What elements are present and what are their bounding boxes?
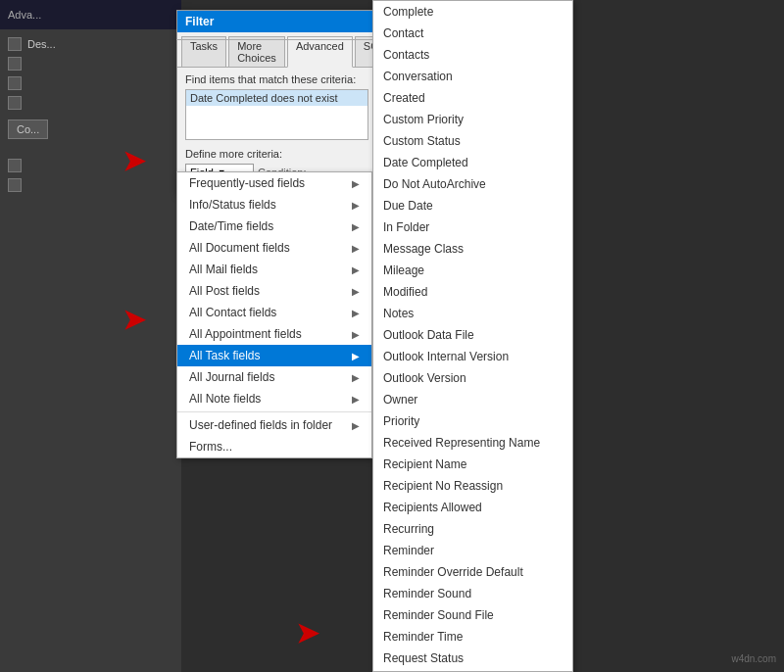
- task-submenu-item-label: Recipient No Reassign: [383, 479, 503, 493]
- task-submenu-item-message-class[interactable]: Message Class: [373, 238, 572, 260]
- task-submenu-item-contact[interactable]: Contact: [373, 23, 572, 44]
- field-menu-item-frequently-used-fields[interactable]: Frequently-used fields▶: [177, 172, 371, 194]
- criteria-condition: does not exist: [271, 92, 338, 104]
- watermark: w4dn.com: [731, 653, 776, 664]
- task-submenu-item-modified[interactable]: Modified: [373, 281, 572, 303]
- task-submenu-item-recurring[interactable]: Recurring: [373, 518, 572, 540]
- task-submenu-item-label: Message Class: [383, 242, 464, 256]
- task-submenu-item-in-folder[interactable]: In Folder: [373, 216, 572, 238]
- bg-checkbox-4[interactable]: [8, 96, 22, 110]
- submenu-arrow-icon: ▶: [352, 329, 360, 340]
- task-submenu-item-label: Outlook Version: [383, 371, 466, 385]
- task-submenu-item-label: Notes: [383, 307, 414, 320]
- task-submenu-item-recipients-allowed[interactable]: Recipients Allowed: [373, 497, 572, 518]
- task-submenu-item-label: Reminder Override Default: [383, 565, 523, 579]
- task-submenu-item-outlook-version[interactable]: Outlook Version: [373, 367, 572, 389]
- criteria-field: Date Completed: [190, 92, 269, 104]
- filter-tab-advanced[interactable]: Advanced: [287, 36, 353, 68]
- task-submenu-item-reminder-override-default[interactable]: Reminder Override Default: [373, 561, 572, 583]
- field-menu-item-label: Date/Time fields: [189, 219, 273, 233]
- filter-title: Filter: [185, 15, 214, 28]
- task-submenu-item-do-not-autoarchive[interactable]: Do Not AutoArchive: [373, 173, 572, 195]
- task-submenu-item-label: Recurring: [383, 522, 434, 536]
- filter-dialog: Filter TasksMore ChoicesAdvancedSQL Find…: [176, 10, 377, 194]
- criteria-row-1: Date Completed does not exist: [186, 90, 368, 106]
- bg-checkbox-5[interactable]: [8, 159, 22, 172]
- bg-desc-1: Des...: [27, 38, 56, 50]
- field-menu-item-all-document-fields[interactable]: All Document fields▶: [177, 237, 371, 259]
- filter-tab-tasks[interactable]: Tasks: [181, 36, 226, 67]
- field-menu-item-label: Info/Status fields: [189, 198, 276, 212]
- filter-tab-more-choices[interactable]: More Choices: [228, 36, 285, 67]
- find-label: Find items that match these criteria:: [185, 73, 368, 85]
- submenu-arrow-icon: ▶: [352, 351, 360, 361]
- submenu-arrow-icon: ▶: [352, 178, 360, 189]
- field-menu-item-label: All Note fields: [189, 392, 261, 406]
- filter-titlebar: Filter: [177, 11, 376, 32]
- task-submenu-item-recipient-no-reassign[interactable]: Recipient No Reassign: [373, 475, 572, 497]
- task-submenu-item-mileage[interactable]: Mileage: [373, 260, 572, 281]
- task-submenu-item-outlook-data-file[interactable]: Outlook Data File: [373, 324, 572, 346]
- field-menu-item-all-journal-fields[interactable]: All Journal fields▶: [177, 366, 371, 388]
- task-submenu-item-recipient-name[interactable]: Recipient Name: [373, 454, 572, 475]
- define-label: Define more criteria:: [185, 148, 368, 160]
- task-submenu-item-due-date[interactable]: Due Date: [373, 195, 572, 216]
- task-submenu-item-custom-status[interactable]: Custom Status: [373, 130, 572, 152]
- field-menu-item-label: Forms...: [189, 440, 232, 454]
- field-menu-item-datetime-fields[interactable]: Date/Time fields▶: [177, 216, 371, 237]
- field-menu-item-all-contact-fields[interactable]: All Contact fields▶: [177, 302, 371, 323]
- submenu-arrow-icon: ▶: [352, 200, 360, 211]
- task-submenu-item-contacts[interactable]: Contacts: [373, 44, 572, 66]
- task-submenu-item-reminder[interactable]: Reminder: [373, 540, 572, 561]
- task-submenu-item-label: Reminder Time: [383, 630, 463, 644]
- field-menu-item-label: All Task fields: [189, 349, 260, 362]
- task-submenu-item-created[interactable]: Created: [373, 87, 572, 109]
- filter-tab-bar: [176, 39, 377, 40]
- task-submenu-item-label: Contact: [383, 26, 423, 40]
- task-submenu-item-label: Custom Priority: [383, 113, 464, 126]
- task-submenu-item-outlook-internal-version[interactable]: Outlook Internal Version: [373, 346, 572, 367]
- task-submenu-item-reminder-sound-file[interactable]: Reminder Sound File: [373, 604, 572, 626]
- red-arrow-3: ➤: [296, 617, 318, 649]
- bg-button[interactable]: Co...: [8, 120, 48, 139]
- bg-checkbox-1[interactable]: [8, 37, 22, 51]
- task-submenu-item-owner[interactable]: Owner: [373, 389, 572, 410]
- task-submenu-item-received-representing-name[interactable]: Received Representing Name: [373, 432, 572, 454]
- field-menu-item-all-note-fields[interactable]: All Note fields▶: [177, 388, 371, 409]
- bg-row-5: [8, 159, 173, 172]
- field-menu-item-forms[interactable]: Forms...: [177, 436, 371, 457]
- task-submenu-item-label: Recipient Name: [383, 457, 466, 471]
- task-submenu-item-date-completed[interactable]: Date Completed: [373, 152, 572, 173]
- bg-checkbox-2[interactable]: [8, 57, 22, 71]
- criteria-list: Date Completed does not exist: [185, 89, 368, 140]
- field-menu-item-all-task-fields[interactable]: All Task fields▶: [177, 345, 371, 366]
- task-submenu-item-notes[interactable]: Notes: [373, 303, 572, 324]
- bg-checkbox-6[interactable]: [8, 178, 22, 192]
- task-submenu-item-label: Mileage: [383, 264, 424, 277]
- task-submenu-item-label: Recipients Allowed: [383, 501, 482, 514]
- bg-row-3: [8, 76, 173, 90]
- task-submenu-item-complete[interactable]: Complete: [373, 1, 572, 23]
- field-menu-item-all-mail-fields[interactable]: All Mail fields▶: [177, 259, 371, 280]
- task-submenu-item-conversation[interactable]: Conversation: [373, 66, 572, 87]
- field-menu-item-label: User-defined fields in folder: [189, 418, 332, 432]
- task-submenu-item-label: Reminder Sound: [383, 587, 471, 600]
- field-menu-item-all-post-fields[interactable]: All Post fields▶: [177, 280, 371, 302]
- task-submenu-item-reminder-sound[interactable]: Reminder Sound: [373, 583, 572, 604]
- bg-row-2: [8, 57, 173, 71]
- task-submenu: CompleteContactContactsConversationCreat…: [372, 0, 573, 672]
- bg-title-text: Adva...: [8, 9, 41, 21]
- task-submenu-item-reminder-time[interactable]: Reminder Time: [373, 626, 572, 648]
- task-submenu-item-request-status[interactable]: Request Status: [373, 648, 572, 669]
- field-menu-item-all-appointment-fields[interactable]: All Appointment fields▶: [177, 323, 371, 345]
- bg-title-bar: Adva...: [0, 0, 181, 29]
- field-menu-item-infostatus-fields[interactable]: Info/Status fields▶: [177, 194, 371, 216]
- field-menu-item-label: All Journal fields: [189, 370, 274, 384]
- task-submenu-item-priority[interactable]: Priority: [373, 410, 572, 432]
- bg-checkbox-3[interactable]: [8, 76, 22, 90]
- field-menu-item-user-defined-fields-in-folder[interactable]: User-defined fields in folder▶: [177, 414, 371, 436]
- field-menu-item-label: All Appointment fields: [189, 327, 302, 341]
- task-submenu-item-custom-priority[interactable]: Custom Priority: [373, 109, 572, 130]
- task-submenu-item-label: Complete: [383, 5, 433, 19]
- task-submenu-item-label: Priority: [383, 414, 419, 428]
